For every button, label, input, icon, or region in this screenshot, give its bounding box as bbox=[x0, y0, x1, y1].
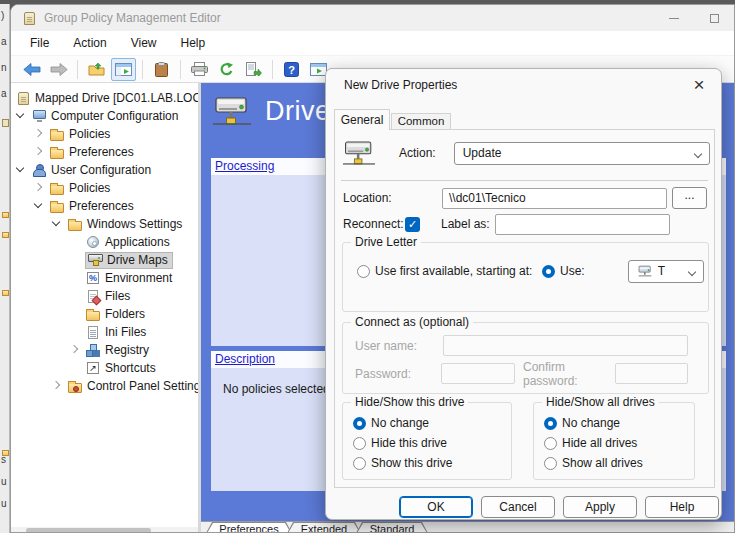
tree-item-environment[interactable]: Environment bbox=[11, 269, 198, 287]
tree-item-label: Preferences bbox=[69, 199, 134, 213]
menu-view[interactable]: View bbox=[120, 33, 168, 53]
menu-help[interactable]: Help bbox=[170, 33, 217, 53]
use-label: Use: bbox=[560, 264, 585, 278]
tree-item-label: Environment bbox=[105, 271, 172, 285]
tree-horizontal-scrollbar[interactable] bbox=[11, 527, 198, 533]
menu-action[interactable]: Action bbox=[62, 33, 117, 53]
tab-preferences[interactable]: Preferences bbox=[205, 522, 293, 533]
back-button[interactable] bbox=[19, 58, 44, 81]
ok-button[interactable]: OK bbox=[399, 496, 473, 518]
tree-item-policies-user[interactable]: Policies bbox=[11, 179, 198, 197]
use-first-available-radio[interactable] bbox=[357, 265, 370, 278]
tab-standard[interactable]: Standard bbox=[355, 522, 429, 533]
tree-item-applications[interactable]: Applications bbox=[11, 233, 198, 251]
location-input[interactable]: \\dc01\Tecnico bbox=[442, 188, 667, 209]
tree-item-label: Applications bbox=[105, 235, 170, 249]
background-fragment-folder-icon bbox=[2, 232, 9, 238]
svg-text:?: ? bbox=[288, 63, 295, 75]
apply-button[interactable]: Apply bbox=[563, 496, 637, 518]
chevron-collapsed-icon[interactable] bbox=[69, 344, 81, 356]
chevron-collapsed-icon[interactable] bbox=[33, 146, 45, 158]
processing-link[interactable]: Processing bbox=[215, 159, 274, 173]
background-fragment: ) bbox=[1, 10, 4, 21]
export-list-button[interactable] bbox=[241, 58, 266, 81]
drive-letter-select[interactable]: T bbox=[628, 260, 704, 283]
help-button[interactable]: ? bbox=[279, 58, 304, 81]
password-input[interactable] bbox=[441, 363, 515, 384]
folder-icon bbox=[49, 145, 65, 159]
tree-item-shortcuts[interactable]: Shortcuts bbox=[11, 359, 198, 377]
tree-item-root[interactable]: Mapped Drive [DC01.LAB.LOCA bbox=[11, 89, 198, 107]
tree-item-ini-files[interactable]: Ini Files bbox=[11, 323, 198, 341]
console-tree-toggle-button[interactable] bbox=[111, 58, 136, 81]
minimize-button[interactable] bbox=[654, 5, 694, 31]
tree-item-drive-maps[interactable]: Drive Maps bbox=[11, 251, 198, 269]
folder-up-button[interactable] bbox=[84, 58, 109, 81]
menu-file[interactable]: File bbox=[19, 33, 60, 53]
hide-all-drives-radio[interactable] bbox=[544, 437, 557, 450]
tree-item-user-configuration[interactable]: User Configuration bbox=[11, 161, 198, 179]
label-as-input[interactable] bbox=[495, 214, 670, 235]
password-row: Password: Confirm password: bbox=[355, 363, 688, 384]
tree-item-computer-configuration[interactable]: Computer Configuration bbox=[11, 107, 198, 125]
tab-common[interactable]: Common bbox=[391, 113, 451, 130]
forward-button[interactable] bbox=[46, 58, 71, 81]
background-fragment: a bbox=[1, 88, 7, 99]
chevron-expanded-icon[interactable] bbox=[33, 200, 45, 212]
tree-item-control-panel-settings[interactable]: Control Panel Settings bbox=[11, 377, 198, 395]
chevron-spacer bbox=[69, 254, 81, 266]
user-name-label: User name: bbox=[355, 339, 443, 353]
chevron-expanded-icon[interactable] bbox=[15, 164, 27, 176]
reconnect-checkbox[interactable] bbox=[405, 217, 420, 232]
dialog-buttons: OK Cancel Apply Help bbox=[326, 496, 721, 518]
close-button[interactable] bbox=[687, 73, 711, 97]
maximize-button[interactable] bbox=[694, 5, 734, 31]
show-this-drive-radio[interactable] bbox=[353, 457, 366, 470]
chevron-down-icon bbox=[687, 267, 695, 275]
background-fragment-scroll-icon bbox=[2, 119, 9, 127]
chevron-spacer bbox=[69, 290, 81, 302]
action-select[interactable]: Update bbox=[454, 142, 710, 165]
folder-icon bbox=[49, 127, 65, 141]
paste-button[interactable] bbox=[149, 58, 174, 81]
chevron-collapsed-icon[interactable] bbox=[33, 128, 45, 140]
tree-item-label: Folders bbox=[105, 307, 145, 321]
chevron-collapsed-icon[interactable] bbox=[51, 380, 63, 392]
print-button[interactable] bbox=[187, 58, 212, 81]
help-button-dialog[interactable]: Help bbox=[645, 496, 719, 518]
chevron-collapsed-icon[interactable] bbox=[33, 182, 45, 194]
hide-this-drive-radio[interactable] bbox=[353, 437, 366, 450]
tree-item-label: Registry bbox=[105, 343, 149, 357]
tree-item-policies[interactable]: Policies bbox=[11, 125, 198, 143]
tree-item-label: Drive Maps bbox=[107, 253, 168, 267]
reconnect-row: Reconnect: Label as: bbox=[343, 214, 670, 234]
tab-general[interactable]: General bbox=[334, 109, 390, 130]
no-change-all-label: No change bbox=[562, 416, 620, 430]
no-change-this-radio[interactable] bbox=[353, 417, 366, 430]
no-change-all-radio[interactable] bbox=[544, 417, 557, 430]
hide-show-this-title: Hide/Show this drive bbox=[351, 395, 468, 409]
use-radio[interactable] bbox=[542, 265, 555, 278]
chevron-expanded-icon[interactable] bbox=[51, 218, 63, 230]
cancel-button[interactable]: Cancel bbox=[481, 496, 555, 518]
background-fragment: n bbox=[1, 62, 7, 73]
tree-item-folders[interactable]: Folders bbox=[11, 305, 198, 323]
scrollbar-thumb[interactable] bbox=[26, 528, 151, 533]
description-link[interactable]: Description bbox=[215, 352, 275, 366]
tree-item-registry[interactable]: Registry bbox=[11, 341, 198, 359]
tree-item-preferences[interactable]: Preferences bbox=[11, 143, 198, 161]
show-all-drives-radio[interactable] bbox=[544, 457, 557, 470]
folders-icon bbox=[85, 307, 101, 321]
tree-item-windows-settings[interactable]: Windows Settings bbox=[11, 215, 198, 233]
action-row: Action: Update bbox=[343, 138, 710, 168]
chevron-expanded-icon[interactable] bbox=[15, 110, 27, 122]
background-fragment-folder-icon bbox=[2, 212, 9, 218]
tree-item-files[interactable]: Files bbox=[11, 287, 198, 305]
tab-extended[interactable]: Extended bbox=[286, 522, 362, 533]
refresh-button[interactable] bbox=[214, 58, 239, 81]
browse-button[interactable]: ... bbox=[672, 187, 707, 209]
tree-item-preferences-user[interactable]: Preferences bbox=[11, 197, 198, 215]
user-name-input[interactable] bbox=[443, 335, 688, 356]
confirm-password-input[interactable] bbox=[615, 363, 688, 384]
chevron-spacer bbox=[69, 326, 81, 338]
